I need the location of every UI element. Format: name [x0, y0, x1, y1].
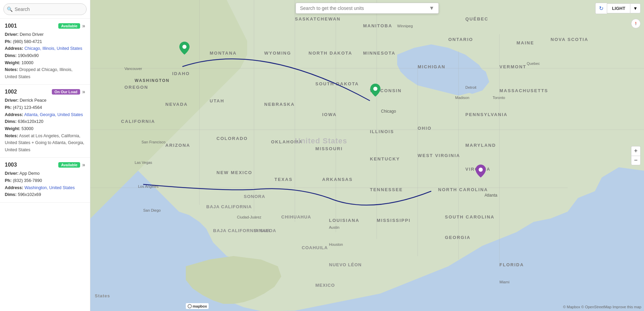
map-style-button[interactable]: LIGHT — [607, 3, 630, 13]
map-right-controls: ↻ LIGHT ▼ — [595, 3, 641, 14]
driver-value-1001: Demo Driver — [20, 32, 44, 37]
svg-text:FLORIDA: FLORIDA — [499, 262, 524, 267]
status-badge-1001: Available — [58, 23, 80, 29]
unit-id-1002: 1002 — [5, 89, 17, 95]
driver-label-1001: Driver: — [5, 32, 18, 37]
svg-text:MISSOURI: MISSOURI — [315, 146, 343, 151]
expand-button-1002[interactable]: » — [82, 89, 85, 95]
map-search-dropdown-icon[interactable]: ▼ — [429, 5, 434, 11]
svg-point-82 — [373, 87, 377, 91]
phone-label-1001: Ph: — [5, 39, 12, 44]
mapbox-compass-icon: ◯ — [188, 304, 192, 308]
address-label-1003: Address: — [5, 185, 23, 190]
svg-marker-80 — [635, 22, 636, 24]
expand-button-1003[interactable]: » — [82, 162, 85, 168]
dims-value-1001: 190x90x90 — [18, 53, 39, 58]
svg-text:BAJA CALIFORNIA: BAJA CALIFORNIA — [206, 204, 252, 209]
address-link-1003[interactable]: Washington, United States — [25, 185, 75, 190]
unit-details-1002: Driver: Derrick Peace Ph: (471) 123-4564… — [5, 97, 85, 153]
svg-text:IDAHO: IDAHO — [172, 71, 190, 76]
compass-icon — [633, 21, 639, 26]
svg-text:Madison: Madison — [455, 96, 469, 100]
svg-text:NORTH CAROLINA: NORTH CAROLINA — [438, 187, 488, 192]
svg-text:MINNESOTA: MINNESOTA — [363, 51, 395, 56]
unit-card-1002: 1002 On Our Load » Driver: Derrick Peace… — [0, 85, 90, 158]
svg-text:MISSISSIPPI: MISSISSIPPI — [377, 218, 410, 223]
unit-details-1003: Driver: App Demo Ph: (832) 356-7890 Addr… — [5, 170, 85, 198]
svg-text:MASSACHUSETTS: MASSACHUSETTS — [499, 88, 548, 93]
map-style-dropdown-button[interactable]: ▼ — [630, 3, 641, 13]
address-link-1002[interactable]: Atlanta, Georgia, United States — [24, 112, 83, 117]
svg-text:Detroit: Detroit — [465, 85, 476, 89]
svg-text:OREGON: OREGON — [124, 85, 148, 90]
status-badge-1003: Available — [58, 162, 80, 168]
svg-point-84 — [182, 45, 186, 49]
driver-value-1002: Derrick Peace — [20, 98, 47, 103]
unit-details-1001: Driver: Demo Driver Ph: (980) 580-4721 A… — [5, 31, 85, 80]
svg-text:NORTH DAKOTA: NORTH DAKOTA — [309, 51, 352, 56]
search-input[interactable] — [3, 3, 87, 15]
notes-label-1002: Notes: — [5, 133, 18, 138]
weight-value-1001: 10000 — [21, 60, 33, 65]
mapbox-label: mapbox — [193, 304, 207, 308]
atlanta-label: Atlanta — [484, 193, 497, 198]
address-link-1001[interactable]: Chicago, Illinois, United States — [25, 46, 83, 51]
mapbox-logo: ◯ mapbox — [186, 303, 209, 309]
svg-text:San Diego: San Diego — [143, 208, 161, 212]
map-refresh-button[interactable]: ↻ — [595, 3, 607, 14]
svg-text:PENNSYLVANIA: PENNSYLVANIA — [465, 112, 508, 117]
svg-text:MANITOBA: MANITOBA — [363, 23, 392, 28]
map-area[interactable]: OREGON CALIFORNIA IDAHO NEVADA ARIZONA M… — [90, 0, 644, 311]
search-icon: 🔍 — [7, 6, 13, 12]
svg-text:CALIFORNIA: CALIFORNIA — [121, 119, 155, 124]
map-search-input[interactable] — [300, 5, 426, 11]
washington-map-pin[interactable] — [179, 42, 190, 56]
map-copyright: © Mapbox © OpenStreetMap Improve this ma… — [563, 305, 641, 309]
dims-label-1003: Dims: — [5, 192, 17, 197]
svg-text:ONTARIO: ONTARIO — [448, 37, 473, 42]
svg-text:Los Angeles: Los Angeles — [138, 184, 159, 188]
driver-value-1003: App Demo — [19, 171, 40, 176]
svg-text:GEORGIA: GEORGIA — [445, 235, 470, 240]
svg-text:Ciudad-Juárez: Ciudad-Juárez — [237, 215, 261, 219]
svg-text:COAHUILA: COAHUILA — [302, 245, 328, 250]
atlanta-map-pin[interactable] — [476, 165, 486, 179]
svg-text:Toronto: Toronto — [493, 96, 505, 100]
dims-label-1002: Dims: — [5, 119, 17, 124]
svg-text:Miami: Miami — [499, 280, 509, 284]
svg-text:LOUISIANA: LOUISIANA — [329, 218, 360, 223]
map-background: OREGON CALIFORNIA IDAHO NEVADA ARIZONA M… — [90, 0, 644, 311]
phone-value-1001: (980) 580-4721 — [13, 39, 42, 44]
svg-text:SINALOA: SINALOA — [254, 228, 276, 233]
svg-text:ARIZONA: ARIZONA — [165, 143, 190, 148]
search-bar-container: 🔍 — [0, 0, 90, 19]
compass-button[interactable] — [631, 19, 641, 28]
phone-value-1003: (832) 356-7890 — [13, 178, 42, 183]
map-attribution: ◯ mapbox — [186, 303, 209, 309]
svg-text:NOVA SCOTIA: NOVA SCOTIA — [551, 37, 588, 42]
phone-label-1003: Ph: — [5, 178, 12, 183]
svg-text:Austin: Austin — [329, 225, 340, 229]
svg-text:SOUTH DAKOTA: SOUTH DAKOTA — [315, 81, 359, 86]
unit-id-1001: 1001 — [5, 23, 17, 29]
dims-value-1003: 596x102x69 — [18, 192, 41, 197]
svg-marker-81 — [635, 24, 636, 26]
svg-text:IOWA: IOWA — [322, 112, 337, 117]
chicago-label: Chicago — [381, 109, 396, 114]
svg-text:WASHINGTON: WASHINGTON — [135, 78, 169, 83]
zoom-out-button[interactable]: − — [631, 156, 641, 165]
expand-button-1001[interactable]: » — [82, 23, 85, 29]
svg-point-83 — [479, 168, 483, 172]
chicago-map-pin[interactable] — [370, 84, 380, 98]
svg-text:MEXICO: MEXICO — [315, 283, 335, 288]
svg-text:VERMONT: VERMONT — [499, 64, 526, 69]
driver-label-1002: Driver: — [5, 98, 18, 103]
svg-text:SASKATCHEWAN: SASKATCHEWAN — [295, 16, 341, 22]
svg-text:WYOMING: WYOMING — [264, 51, 291, 56]
svg-text:SOUTH CAROLINA: SOUTH CAROLINA — [445, 214, 495, 220]
svg-text:San Francisco: San Francisco — [141, 140, 165, 144]
unit-id-1003: 1003 — [5, 162, 17, 168]
svg-text:COLORADO: COLORADO — [216, 136, 248, 141]
svg-text:UTAH: UTAH — [210, 98, 224, 103]
zoom-in-button[interactable]: + — [631, 146, 641, 156]
